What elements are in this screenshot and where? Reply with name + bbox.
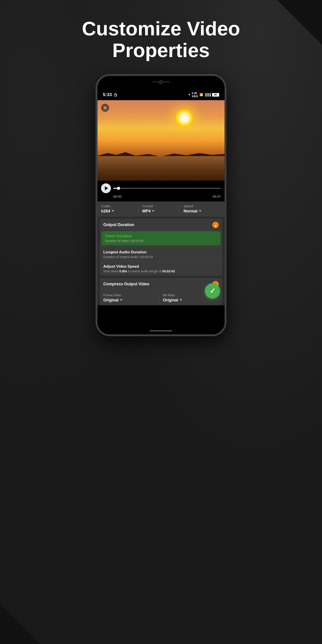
video-duration-subtitle: Duration of video | 00:00:00 [105, 239, 217, 242]
current-time: 00:00 [113, 194, 122, 198]
output-duration-card: Output Duration 🔥 Video Duration Duratio… [100, 219, 222, 276]
data-speed: 0.38KB/S [192, 92, 198, 98]
format-value: MP4 [142, 209, 150, 214]
format-item: Format MP4 [139, 204, 180, 214]
bluetooth-icon: ✦ [188, 93, 190, 96]
speed-label: Speed [184, 204, 221, 208]
time-labels: 00:00 05:07 [101, 194, 221, 198]
video-clouds [104, 114, 218, 127]
bit-rate-value-row[interactable]: Original [163, 298, 219, 302]
video-duration-item[interactable]: Video Duration Duration of video | 00:00… [102, 231, 220, 245]
play-button[interactable] [101, 183, 111, 193]
longest-audio-title: Longest Audio Duration [103, 250, 219, 254]
phone-notch-area [98, 76, 224, 90]
frame-rate-value-row[interactable]: Original [103, 298, 159, 302]
wifi-icon: 📶 [200, 93, 203, 96]
format-dropdown-arrow [152, 210, 154, 212]
output-duration-title: Output Duration [103, 222, 134, 227]
phone-camera [159, 80, 163, 84]
bit-rate-dropdown-arrow [180, 299, 182, 301]
compress-header: Compress Output Video 🔥 [100, 278, 222, 290]
adjust-speed-item[interactable]: Adjust Video Speed Slow down 0.00x to ma… [100, 262, 222, 276]
status-bar: 5:33 ◷ ✦ 0.38KB/S 📶 ▐▐▐ 80 [98, 90, 224, 100]
adjust-speed-subtitle: Slow down 0.00x to match audio length of… [103, 270, 219, 273]
output-duration-header: Output Duration 🔥 [100, 219, 222, 231]
page-title: Customize Video Properties [64, 18, 258, 61]
phone-mockup: 5:33 ◷ ✦ 0.38KB/S 📶 ▐▐▐ 80 [96, 75, 226, 336]
checkmark-icon: ✓ [210, 287, 216, 295]
video-sun [175, 109, 193, 127]
frame-rate-label: Frame Rate [103, 293, 159, 297]
codec-value: h264 [101, 209, 110, 214]
progress-track[interactable] [113, 188, 221, 189]
status-left: 5:33 ◷ [103, 92, 117, 97]
frame-bitrate-row: Frame Rate Original Bit Rate Original [100, 290, 222, 305]
close-video-button[interactable] [101, 104, 109, 112]
adjust-speed-title: Adjust Video Speed [103, 264, 219, 269]
fab-container: ✓ [205, 283, 220, 298]
signal-bars: ▐▐▐ [204, 93, 211, 96]
format-label: Format [142, 204, 180, 208]
codec-item: Codec h264 [101, 204, 138, 214]
progress-thumb [117, 187, 120, 190]
confirm-fab-button[interactable]: ✓ [205, 283, 220, 298]
fire-icon: 🔥 [213, 223, 218, 227]
status-clock-icon: ◷ [114, 92, 117, 97]
phone-content: Codec h264 Format MP4 Speed [98, 202, 224, 305]
bit-rate-value: Original [163, 298, 178, 302]
compress-output-card: Compress Output Video 🔥 Frame Rate Origi… [100, 278, 222, 305]
video-water [98, 156, 224, 181]
longest-audio-subtitle: Duration of longest audio | 00:03:43 [103, 255, 219, 259]
speed-dropdown-arrow [199, 210, 202, 212]
codec-value-row[interactable]: h264 [101, 209, 138, 214]
phone-frame: 5:33 ◷ ✦ 0.38KB/S 📶 ▐▐▐ 80 [96, 75, 226, 336]
speed-value-row[interactable]: Normal [184, 209, 221, 214]
corner-decoration-bl [0, 604, 40, 644]
progress-bar-container [101, 183, 221, 193]
speed-item: Speed Normal [180, 204, 221, 214]
playback-controls: 00:00 05:07 [98, 181, 224, 202]
output-duration-icon: 🔥 [212, 222, 219, 228]
phone-bottom-bar [98, 328, 224, 334]
home-indicator [150, 330, 172, 332]
play-icon [105, 186, 108, 190]
speed-value: Normal [184, 209, 198, 214]
longest-audio-item[interactable]: Longest Audio Duration Duration of longe… [100, 247, 222, 262]
status-time: 5:33 [103, 92, 112, 97]
total-time: 05:07 [212, 194, 221, 198]
frame-rate-item: Frame Rate Original [103, 293, 159, 302]
status-right: ✦ 0.38KB/S 📶 ▐▐▐ 80 [188, 92, 219, 98]
codec-label: Codec [101, 204, 138, 208]
frame-rate-value: Original [103, 298, 118, 302]
codec-dropdown-arrow [112, 210, 114, 212]
compress-title: Compress Output Video [103, 282, 149, 286]
video-duration-title: Video Duration [105, 234, 217, 238]
corner-decoration-tr [277, 0, 322, 45]
frame-rate-dropdown-arrow [120, 299, 122, 301]
video-player[interactable] [98, 100, 224, 181]
format-value-row[interactable]: MP4 [142, 209, 180, 214]
codec-format-speed-row: Codec h264 Format MP4 Speed [98, 202, 224, 216]
battery-icon: 80 [212, 93, 219, 96]
